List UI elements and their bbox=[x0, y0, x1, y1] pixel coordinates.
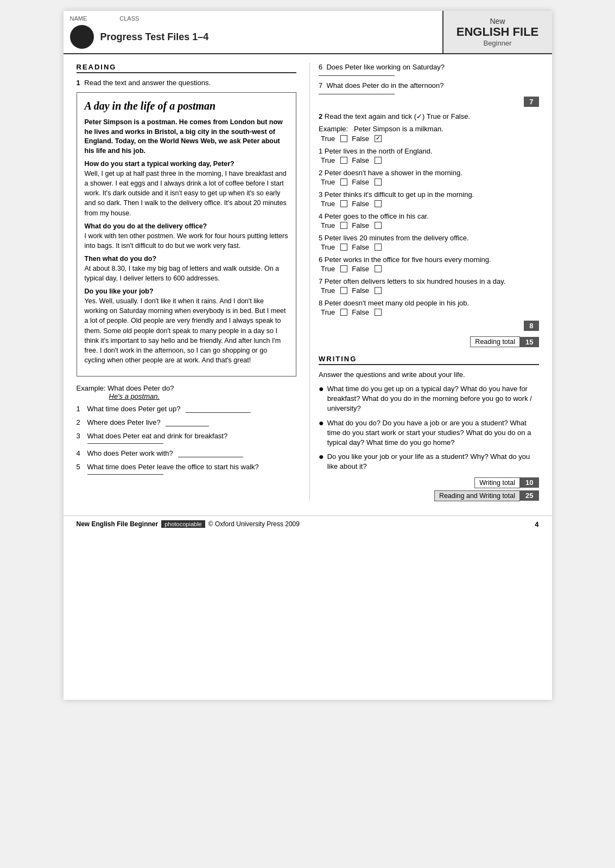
tf-example-row: True False bbox=[321, 135, 539, 143]
answer-line[interactable] bbox=[87, 474, 163, 475]
passage-qa-2: What do you do at the delivery office? I… bbox=[85, 222, 289, 251]
writing-total-label: Writing total bbox=[474, 477, 520, 488]
reading-section-title: READING bbox=[77, 63, 297, 73]
tf-item-3: 3 Peter thinks it's difficult to get up … bbox=[319, 190, 539, 208]
reading-passage: A day in the life of a postman Peter Sim… bbox=[77, 92, 297, 376]
main-content: READING 1 Read the text and answer the q… bbox=[64, 54, 552, 510]
example-q: What does Peter do? bbox=[107, 384, 174, 392]
footer: New English File Beginner photocopiable … bbox=[64, 515, 552, 533]
true-checkbox-example[interactable] bbox=[340, 135, 347, 142]
reading-total-value: 15 bbox=[520, 337, 538, 347]
tf-example: Example: Peter Simpson is a milkman. Tru… bbox=[319, 125, 539, 143]
rw-total-value: 25 bbox=[520, 490, 538, 501]
tf-row-1: True False bbox=[321, 156, 539, 164]
false-checkbox-2[interactable] bbox=[375, 178, 382, 186]
q2-score-row: 8 bbox=[319, 321, 539, 331]
answer-line[interactable] bbox=[87, 443, 163, 444]
writing-intro: Answer the questions and write about you… bbox=[319, 371, 539, 379]
passage-a2: I work with ten other postmen. We work f… bbox=[85, 231, 289, 251]
footer-title: New English File Beginner bbox=[77, 520, 158, 528]
list-item: ● What time do you get up on a typical d… bbox=[319, 384, 539, 414]
false-checkbox-4[interactable] bbox=[375, 222, 382, 229]
false-checkbox-7[interactable] bbox=[375, 287, 382, 294]
passage-intro: Peter Simpson is a postman. He comes fro… bbox=[85, 118, 289, 156]
answer-line[interactable] bbox=[319, 94, 395, 94]
list-item: 5 What time does Peter leave the office … bbox=[77, 463, 297, 475]
header: NAME CLASS Progress Test Files 1–4 New E… bbox=[64, 11, 552, 54]
name-label: NAME bbox=[70, 15, 87, 22]
list-item: 1 What time does Peter get up? bbox=[77, 405, 297, 413]
footer-page-number: 4 bbox=[535, 520, 538, 528]
tf-item-4: 4 Peter goes to the office in his car. T… bbox=[319, 212, 539, 229]
bullet-text-1: What time do you get up on a typical day… bbox=[327, 384, 539, 414]
photocopiable-badge: photocopiable bbox=[161, 520, 205, 528]
tf-item-8: 8 Peter doesn't meet many old people in … bbox=[319, 299, 539, 316]
tf-row-4: True False bbox=[321, 221, 539, 229]
bullet-icon: ● bbox=[319, 452, 324, 471]
q2-text: Where does Peter live? bbox=[87, 418, 210, 426]
q3-text: What does Peter eat and drink for breakf… bbox=[87, 432, 228, 444]
rw-total-label: Reading and Writing total bbox=[434, 490, 520, 501]
bullet-icon: ● bbox=[319, 385, 324, 414]
true-checkbox-3[interactable] bbox=[340, 200, 347, 207]
tf-item-7: 7 Peter often delivers letters to six hu… bbox=[319, 277, 539, 295]
q2-score-value: 8 bbox=[524, 321, 538, 331]
true-checkbox-8[interactable] bbox=[340, 309, 347, 316]
class-label: CLASS bbox=[119, 15, 139, 22]
tf-item-2: 2 Peter doesn't have a shower in the mor… bbox=[319, 169, 539, 186]
true-checkbox-2[interactable] bbox=[340, 178, 347, 186]
footer-copyright: © Oxford University Press 2009 bbox=[208, 520, 300, 528]
false-checkbox-5[interactable] bbox=[375, 244, 382, 251]
tf-row-5: True False bbox=[321, 243, 539, 251]
tf-example-text: Peter Simpson is a milkman. bbox=[354, 125, 443, 133]
answer-line[interactable] bbox=[186, 412, 251, 413]
tf-row-7: True False bbox=[321, 286, 539, 295]
q4-text: Who does Peter work with? bbox=[87, 449, 244, 457]
passage-q3: Then what do you do? bbox=[85, 255, 289, 263]
writing-section: WRITING Answer the questions and write a… bbox=[319, 355, 539, 472]
writing-section-title: WRITING bbox=[319, 355, 539, 365]
true-checkbox-7[interactable] bbox=[340, 287, 347, 294]
q1-number: 1 bbox=[77, 79, 80, 87]
answer-line[interactable] bbox=[319, 75, 395, 76]
left-column: READING 1 Read the text and answer the q… bbox=[77, 63, 310, 501]
writing-total-value: 10 bbox=[520, 477, 538, 488]
true-checkbox-1[interactable] bbox=[340, 157, 347, 164]
tf-row-6: True False bbox=[321, 265, 539, 273]
progress-title: Progress Test Files 1–4 bbox=[100, 31, 209, 43]
true-checkbox-6[interactable] bbox=[340, 265, 347, 272]
false-checkbox-6[interactable] bbox=[375, 265, 382, 272]
writing-total-row: Writing total 10 bbox=[319, 477, 539, 488]
tf-row-8: True False bbox=[321, 308, 539, 316]
passage-a3: At about 8.30, I take my big bag of lett… bbox=[85, 264, 289, 283]
list-item: ● Do you like your job or your life as a… bbox=[319, 452, 539, 471]
true-checkbox-5[interactable] bbox=[340, 244, 347, 251]
answer-line[interactable] bbox=[166, 426, 209, 426]
tf-item-1: 1 Peter lives in the north of England. T… bbox=[319, 147, 539, 164]
list-item: ● What do you do? Do you have a job or a… bbox=[319, 418, 539, 448]
true-checkbox-4[interactable] bbox=[340, 222, 347, 229]
list-item: 3 What does Peter eat and drink for brea… bbox=[77, 432, 297, 444]
tf-row-3: True False bbox=[321, 200, 539, 208]
reading-total-label: Reading total bbox=[470, 336, 520, 347]
passage-q2: What do you do at the delivery office? bbox=[85, 222, 289, 230]
list-item: 4 Who does Peter work with? bbox=[77, 449, 297, 457]
q1-score-value: 7 bbox=[524, 97, 538, 107]
bullet-text-3: Do you like your job or your life as a s… bbox=[327, 452, 539, 471]
tf-item-6: 6 Peter works in the office for five hou… bbox=[319, 256, 539, 273]
header-right: New ENGLISH FILE Beginner bbox=[443, 11, 552, 53]
footer-left: New English File Beginner photocopiable … bbox=[77, 520, 535, 528]
questions-list: 1 What time does Peter get up? 2 Where d… bbox=[77, 405, 297, 475]
false-checkbox-example[interactable] bbox=[375, 135, 382, 142]
brand-main: ENGLISH FILE bbox=[457, 25, 539, 39]
answer-line[interactable] bbox=[178, 457, 243, 457]
passage-title: A day in the life of a postman bbox=[85, 99, 289, 112]
q1-score-row: 7 bbox=[319, 97, 539, 107]
right-q7: 7 What does Peter do in the afternoon? bbox=[319, 81, 539, 94]
false-checkbox-1[interactable] bbox=[375, 157, 382, 164]
false-checkbox-3[interactable] bbox=[375, 200, 382, 207]
reading-total-row: Reading total 15 bbox=[319, 336, 539, 347]
brand-new: New bbox=[490, 17, 505, 25]
false-checkbox-8[interactable] bbox=[375, 309, 382, 316]
tf-example-label: Example: bbox=[319, 125, 352, 133]
